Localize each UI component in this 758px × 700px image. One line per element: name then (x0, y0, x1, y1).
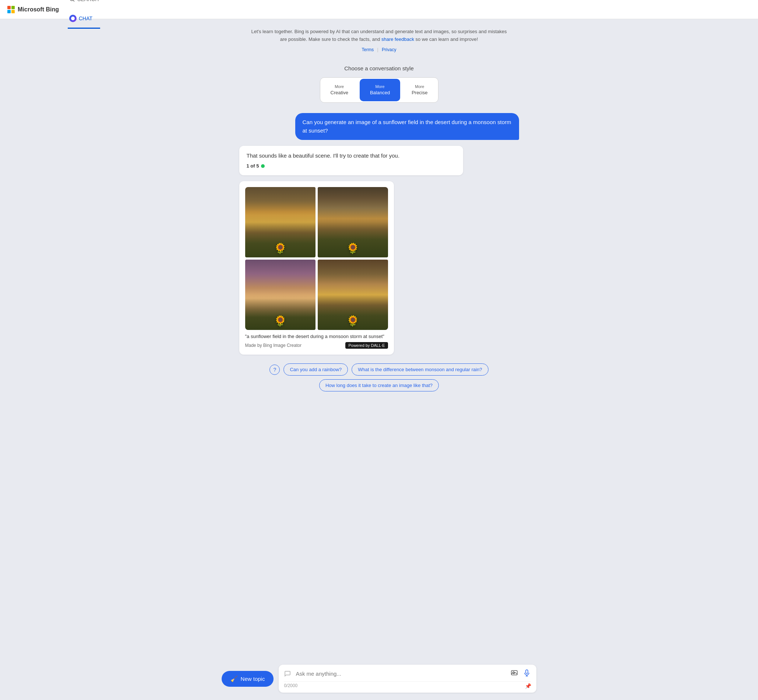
style-heading: Choose a conversation style (320, 65, 438, 72)
disclaimer-text-after: so we can learn and improve! (416, 36, 478, 42)
new-topic-button[interactable]: 🧹 New topic (221, 671, 274, 687)
dalle-badge: Powered by DALL·E (345, 342, 388, 349)
generated-image-3[interactable] (245, 259, 315, 330)
svg-line-1 (73, 0, 74, 2)
chat-area: Can you generate an image of a sunflower… (239, 113, 519, 391)
terms-link[interactable]: Terms (362, 47, 374, 52)
image-credit: Made by Bing Image Creator (245, 343, 301, 348)
suggestion-chip-3[interactable]: How long does it take to create an image… (319, 379, 439, 391)
generated-image-2[interactable] (318, 187, 388, 258)
broom-icon: 🧹 (231, 675, 238, 682)
input-actions (510, 668, 531, 679)
generated-image-1[interactable] (245, 187, 315, 258)
suggestion-help-icon: ? (270, 364, 280, 375)
chat-bubble-icon (284, 670, 292, 678)
style-balanced-button[interactable]: More Balanced (360, 79, 400, 102)
status-dot (261, 164, 265, 168)
input-footer: 0/2000 📌 (284, 681, 531, 689)
voice-input-button[interactable] (522, 668, 531, 679)
balanced-line1: More (370, 84, 390, 89)
logo-text: Microsoft Bing (18, 6, 59, 13)
precise-line1: More (412, 84, 427, 89)
char-count: 0/2000 (284, 683, 298, 689)
logo: Microsoft Bing (7, 6, 59, 13)
style-button-group: More Creative More Balanced More Precise (320, 77, 438, 103)
chat-input[interactable] (296, 670, 506, 677)
search-icon (69, 0, 75, 2)
suggestion-chip-2[interactable]: What is the difference between monsoon a… (352, 363, 488, 376)
user-message-text: Can you generate an image of a sunflower… (303, 119, 512, 134)
bottom-bar: 🧹 New topic (0, 659, 758, 700)
image-grid (245, 187, 388, 330)
user-message: Can you generate an image of a sunflower… (295, 113, 519, 140)
new-topic-label: New topic (241, 676, 265, 682)
chat-icon (69, 15, 76, 22)
suggestions-row: ? Can you add a rainbow? What is the dif… (239, 363, 519, 391)
message-counter: 1 of 5 (246, 163, 259, 169)
privacy-link[interactable]: Privacy (382, 47, 396, 52)
main-content: Let's learn together. Bing is powered by… (195, 19, 563, 700)
pin-icon[interactable]: 📌 (525, 683, 531, 689)
image-card: "a sunflower field in the desert during … (239, 181, 394, 355)
separator: | (377, 47, 379, 52)
ai-message-footer: 1 of 5 (246, 163, 456, 169)
style-creative-button[interactable]: More Creative (320, 78, 359, 103)
disclaimer-links: Terms | Privacy (250, 46, 508, 53)
suggestion-chip-1[interactable]: Can you add a rainbow? (284, 363, 348, 376)
header: Microsoft Bing SEARCH CHAT (0, 0, 758, 19)
ai-text-message: That sounds like a beautiful scene. I'll… (239, 146, 463, 175)
style-precise-button[interactable]: More Precise (401, 78, 438, 103)
conversation-style-section: Choose a conversation style More Creativ… (320, 65, 438, 103)
svg-point-0 (70, 0, 73, 1)
ai-message-text: That sounds like a beautiful scene. I'll… (246, 152, 400, 159)
svg-rect-5 (526, 670, 528, 673)
image-footer: Made by Bing Image Creator Powered by DA… (245, 342, 388, 349)
disclaimer: Let's learn together. Bing is powered by… (250, 28, 508, 53)
feedback-link[interactable]: share feedback (381, 36, 414, 42)
input-box: 0/2000 📌 (279, 665, 537, 693)
creative-line1: More (331, 84, 348, 89)
nav-search[interactable]: SEARCH (68, 0, 100, 9)
ms-logo-icon (7, 6, 15, 13)
generated-image-4[interactable] (318, 259, 388, 330)
input-row (284, 668, 531, 679)
nav: SEARCH CHAT (68, 0, 100, 29)
nav-chat[interactable]: CHAT (68, 9, 100, 29)
svg-point-2 (71, 17, 75, 20)
nav-search-label: SEARCH (77, 0, 99, 2)
image-caption: "a sunflower field in the desert during … (245, 334, 388, 339)
nav-chat-label: CHAT (79, 16, 92, 21)
image-search-button[interactable] (510, 668, 519, 679)
